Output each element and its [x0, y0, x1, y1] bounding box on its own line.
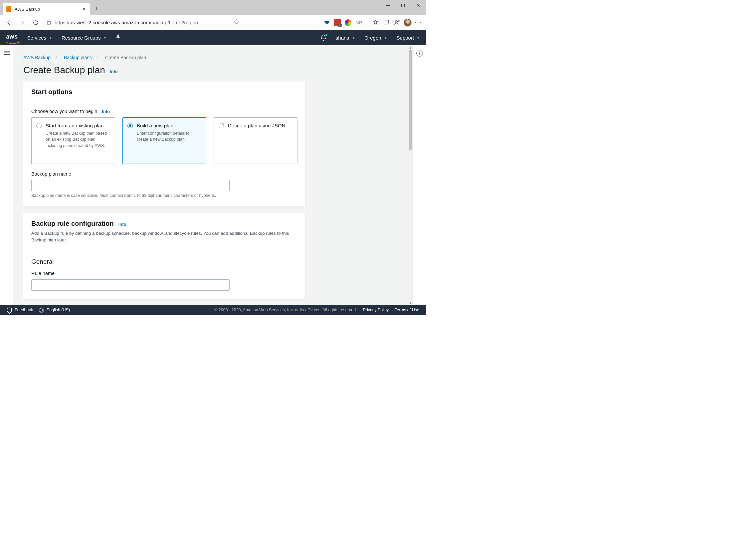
profile-icon[interactable]: [393, 18, 401, 27]
copyright-text: © 2008 - 2020, Amazon Web Services, Inc.…: [214, 307, 357, 312]
notifications-icon[interactable]: [321, 34, 326, 41]
rule-config-info-link[interactable]: Info: [118, 222, 127, 227]
workspace: AWS Backup 〉 Backup plans 〉 Create Backu…: [0, 45, 426, 305]
toolbar-divider: [367, 19, 367, 26]
new-tab-button[interactable]: +: [91, 4, 102, 14]
breadcrumb-root[interactable]: AWS Backup: [23, 55, 51, 60]
general-subheader: General: [31, 258, 297, 265]
rule-name-label: Rule name: [31, 271, 297, 276]
sidebar-toggle-icon[interactable]: [4, 50, 9, 56]
globe-icon: [39, 307, 44, 313]
extension-heart-icon[interactable]: ❤: [323, 18, 331, 27]
rule-config-desc: Add a Backup rule by defining a backup s…: [31, 230, 297, 244]
lock-icon: [46, 19, 51, 26]
choose-begin-info-link[interactable]: Info: [102, 109, 110, 114]
scrollbar-thumb[interactable]: [409, 50, 412, 149]
start-options-header: Start options: [23, 81, 306, 102]
extension-rainbow-icon[interactable]: [344, 18, 352, 27]
rule-config-header: Backup rule configuration Info Add a Bac…: [23, 213, 306, 250]
rule-name-input[interactable]: [31, 279, 230, 291]
main-content: AWS Backup 〉 Backup plans 〉 Create Backu…: [13, 45, 408, 305]
aws-footer: Feedback English (US) © 2008 - 2020, Ama…: [0, 305, 426, 315]
option-title: Define a plan using JSON: [228, 122, 286, 129]
page-title: Create Backup plan: [23, 65, 105, 76]
option-title: Start from an existing plan: [45, 122, 110, 129]
radio-icon: [219, 123, 224, 128]
favorites-list-icon[interactable]: [371, 18, 380, 27]
extension-red-icon[interactable]: [333, 18, 342, 27]
backup-plan-name-input[interactable]: [31, 180, 230, 191]
svg-point-3: [398, 20, 399, 21]
url-text: https://us-west-2.console.aws.amazon.com…: [55, 20, 230, 25]
terms-of-use-link[interactable]: Terms of Use: [395, 307, 419, 312]
option-build-new[interactable]: Build a new plan Enter configuration det…: [122, 117, 206, 164]
rule-config-title: Backup rule configuration: [31, 220, 114, 227]
breadcrumb-plans[interactable]: Backup plans: [64, 55, 92, 60]
scrollbar[interactable]: ▲ ▼: [408, 45, 413, 305]
browser-tab[interactable]: AWS Backup ✕: [3, 3, 90, 15]
region-menu[interactable]: Oregon▼: [365, 35, 387, 41]
tab-close-button[interactable]: ✕: [82, 7, 86, 11]
chat-bubble-icon: [7, 307, 12, 312]
scroll-up-icon[interactable]: ▲: [408, 45, 413, 50]
page-info-link[interactable]: Info: [110, 69, 118, 74]
start-options-panel: Start options Choose how you want to beg…: [23, 81, 306, 206]
user-avatar[interactable]: [403, 18, 412, 27]
refresh-button[interactable]: [30, 17, 41, 28]
services-menu[interactable]: Services▼: [27, 35, 52, 41]
option-desc: Create a new Backup plan based on an exi…: [45, 131, 110, 148]
extension-np-icon[interactable]: NP: [354, 18, 363, 27]
aws-logo[interactable]: aws: [6, 33, 18, 42]
account-menu[interactable]: shana▼: [336, 35, 355, 41]
radio-icon: [36, 123, 42, 128]
favicon-icon: [6, 6, 11, 12]
option-define-json[interactable]: Define a plan using JSON: [214, 117, 297, 164]
choose-begin-label: Choose how you want to begin. Info: [31, 109, 297, 114]
start-options-row: Start from an existing plan Create a new…: [31, 117, 297, 164]
left-rail: [0, 45, 13, 305]
window-close-button[interactable]: ✕: [411, 0, 426, 11]
browser-toolbar: https://us-west-2.console.aws.amazon.com…: [0, 15, 426, 30]
start-options-title: Start options: [31, 88, 72, 96]
support-menu[interactable]: Support▼: [396, 35, 420, 41]
breadcrumb: AWS Backup 〉 Backup plans 〉 Create Backu…: [23, 55, 399, 60]
favorite-star-icon[interactable]: [234, 19, 239, 26]
resource-groups-menu[interactable]: Resource Groups▼: [61, 35, 106, 41]
chevron-right-icon: 〉: [97, 55, 100, 60]
feedback-link[interactable]: Feedback: [7, 307, 33, 312]
browser-titlebar: AWS Backup ✕ + ✕: [0, 0, 426, 15]
breadcrumb-current: Create Backup plan: [105, 55, 146, 60]
right-rail: i: [413, 45, 426, 305]
collections-icon[interactable]: [382, 18, 391, 27]
main-scroll-area: AWS Backup 〉 Backup plans 〉 Create Backu…: [13, 45, 413, 305]
window-maximize-button[interactable]: [395, 0, 411, 11]
option-existing-plan[interactable]: Start from an existing plan Create a new…: [31, 117, 115, 164]
chevron-right-icon: 〉: [55, 55, 59, 60]
tab-title: AWS Backup: [15, 7, 79, 12]
rule-config-panel: Backup rule configuration Info Add a Bac…: [23, 213, 306, 299]
backup-plan-name-helper: Backup plan name is case sensitive. Must…: [31, 193, 297, 198]
window-minimize-button[interactable]: [380, 0, 395, 11]
svg-rect-0: [47, 22, 51, 24]
pin-icon[interactable]: [116, 35, 120, 41]
help-panel-toggle-icon[interactable]: i: [416, 50, 423, 57]
language-selector[interactable]: English (US): [39, 307, 70, 313]
radio-icon: [128, 123, 133, 128]
option-title: Build a new plan: [137, 122, 201, 129]
svg-point-2: [395, 20, 398, 23]
back-button[interactable]: [3, 17, 15, 28]
more-menu-button[interactable]: ···: [414, 18, 423, 27]
address-bar[interactable]: https://us-west-2.console.aws.amazon.com…: [43, 17, 243, 28]
option-desc: Enter configuration details to create a …: [137, 131, 201, 142]
privacy-policy-link[interactable]: Privacy Policy: [363, 307, 389, 312]
forward-button[interactable]: [17, 17, 28, 28]
backup-plan-name-label: Backup plan name: [31, 171, 297, 177]
scroll-down-icon[interactable]: ▼: [408, 300, 413, 305]
window-controls: ✕: [380, 0, 426, 11]
aws-top-nav: aws Services▼ Resource Groups▼ shana▼ Or…: [0, 30, 426, 45]
